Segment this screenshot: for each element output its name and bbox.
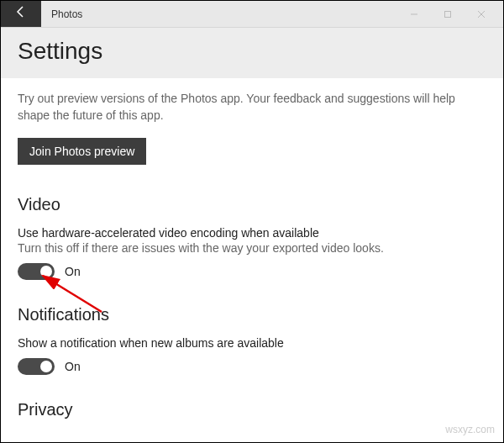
video-setting-hint: Turn this off if there are issues with t…	[18, 241, 486, 255]
content-area: Try out preview versions of the Photos a…	[1, 78, 503, 419]
video-toggle-row: On	[18, 263, 486, 280]
video-heading: Video	[18, 195, 486, 214]
title-bar: Photos	[1, 1, 503, 28]
notifications-section: Notifications Show a notification when n…	[18, 305, 486, 375]
page-header: Settings	[1, 28, 503, 78]
join-preview-button[interactable]: Join Photos preview	[18, 138, 146, 165]
maximize-button[interactable]	[431, 1, 465, 28]
page-title: Settings	[18, 38, 486, 65]
app-title: Photos	[41, 1, 397, 27]
video-encoding-toggle[interactable]	[18, 263, 55, 280]
privacy-section: Privacy	[18, 400, 486, 419]
video-toggle-state: On	[65, 265, 81, 278]
notifications-setting-label: Show a notification when new albums are …	[18, 336, 486, 350]
notifications-toggle[interactable]	[18, 358, 55, 375]
close-button[interactable]	[465, 1, 498, 28]
window-controls	[397, 1, 503, 27]
watermark: wsxyz.com	[445, 424, 495, 435]
video-section: Video Use hardware-accelerated video enc…	[18, 195, 486, 280]
svg-rect-1	[445, 11, 451, 17]
notifications-toggle-state: On	[65, 360, 81, 373]
preview-description: Try out preview versions of the Photos a…	[18, 90, 486, 124]
notifications-heading: Notifications	[18, 305, 486, 324]
arrow-left-icon	[14, 5, 28, 23]
privacy-heading: Privacy	[18, 400, 486, 419]
minimize-button[interactable]	[397, 1, 431, 28]
video-setting-label: Use hardware-accelerated video encoding …	[18, 226, 486, 240]
back-button[interactable]	[1, 1, 41, 27]
notifications-toggle-row: On	[18, 358, 486, 375]
